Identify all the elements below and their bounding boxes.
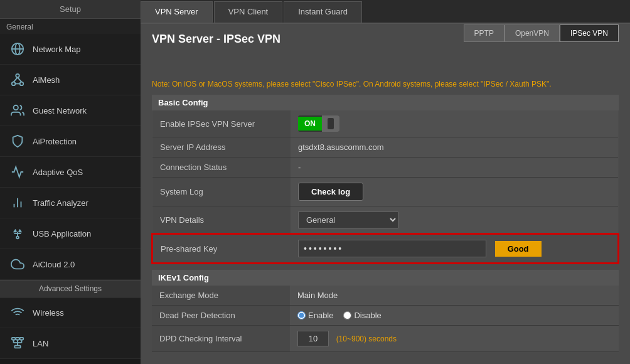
dpd-interval-label: DPD Checking Interval (152, 326, 290, 352)
page-title: VPN Server - IPSec VPN (152, 33, 280, 46)
tab-vpn-server[interactable]: VPN Server (141, 1, 213, 23)
dpd-enable-radio[interactable] (297, 311, 306, 319)
sidebar-item-adaptive-qos[interactable]: Adaptive QoS (0, 157, 141, 188)
exchange-mode-value: Main Mode (290, 286, 619, 306)
psk-label: Pre-shared Key (152, 234, 291, 263)
basic-config-header: Basic Config (152, 95, 619, 110)
connection-status-label: Connection Status (152, 158, 291, 178)
table-row-dpd-interval: DPD Checking Interval (10~900) seconds (152, 326, 619, 352)
tab-bar: VPN Server VPN Client Instant Guard (141, 0, 630, 24)
mesh-icon (9, 71, 26, 88)
sidebar-item-network-map[interactable]: Network Map (0, 34, 141, 65)
svg-rect-18 (14, 346, 20, 348)
table-row-psk: Pre-shared Key Good (152, 234, 618, 263)
svg-rect-16 (16, 338, 19, 340)
guest-network-label: Guest Network (33, 106, 87, 115)
content-area: VPN Server - IPSec VPN PPTP OpenVPN IPSe… (141, 24, 630, 364)
table-row-exchange-mode: Exchange Mode Main Mode (152, 286, 619, 306)
sidebar: Setup General Network Map AiMesh (0, 0, 141, 364)
svg-point-3 (16, 74, 19, 78)
ikev1-config-table: Exchange Mode Main Mode Dead Peer Detect… (152, 286, 619, 352)
basic-config-table: Enable IPSec VPN Server ON Server IP Add… (152, 110, 619, 264)
server-ip-value: gtsdxt8.asuscomm.com (291, 137, 618, 158)
aiprotection-label: AiProtection (33, 137, 77, 146)
note-text: Note: On iOS or MacOS systems, please se… (152, 57, 619, 88)
cloud-icon (9, 255, 26, 273)
sidebar-item-aicloud[interactable]: AiCloud 2.0 (0, 249, 141, 280)
sidebar-item-guest-network[interactable]: Guest Network (0, 95, 141, 126)
sidebar-item-aimesh[interactable]: AiMesh (0, 65, 141, 95)
usb-application-label: USB Application (33, 229, 91, 238)
dpd-label: Dead Peer Detection (152, 306, 290, 326)
dpd-enable-option[interactable]: Enable (297, 311, 333, 320)
toggle-switch[interactable]: ON (298, 115, 339, 132)
dpd-radio-group: Enable Disable (297, 311, 611, 320)
svg-rect-15 (12, 338, 16, 340)
traffic-icon (9, 194, 26, 211)
general-section-label: General (0, 19, 141, 34)
usb-icon (9, 225, 26, 242)
traffic-analyzer-label: Traffic Analyzer (33, 198, 88, 208)
shield-icon (9, 132, 26, 150)
vpn-details-label: VPN Details (152, 206, 291, 235)
setup-label: Setup (0, 0, 141, 19)
openvpn-button[interactable]: OpenVPN (505, 24, 560, 42)
svg-rect-17 (20, 338, 23, 340)
sidebar-item-lan[interactable]: LAN (0, 328, 141, 359)
dpd-interval-input[interactable] (297, 331, 329, 346)
table-row-server-ip: Server IP Address gtsdxt8.asuscomm.com (152, 137, 618, 158)
check-log-button[interactable]: Check log (298, 183, 363, 201)
svg-point-5 (20, 82, 23, 86)
wireless-label: Wireless (33, 308, 64, 318)
sidebar-item-usb-application[interactable]: USB Application (0, 218, 141, 249)
pptp-button[interactable]: PPTP (464, 24, 505, 42)
toggle-on-label: ON (298, 117, 322, 131)
qos-icon (9, 163, 26, 181)
table-row-dpd: Dead Peer Detection Enable Disable (152, 306, 619, 326)
main-content: VPN Server VPN Client Instant Guard VPN … (141, 0, 630, 364)
svg-point-4 (12, 82, 16, 86)
toggle-slider (322, 115, 339, 132)
table-row-connection-status: Connection Status - (152, 158, 618, 178)
dpd-disable-radio[interactable] (343, 311, 351, 319)
svg-line-6 (14, 77, 18, 82)
ipsec-button[interactable]: IPSec VPN (560, 24, 619, 42)
globe-icon (9, 40, 26, 58)
svg-line-7 (18, 77, 21, 82)
guest-icon (9, 102, 26, 119)
enable-label: Enable IPSec VPN Server (152, 110, 291, 137)
toggle-inner (328, 118, 334, 129)
network-map-label: Network Map (33, 45, 81, 54)
wifi-icon (9, 304, 26, 321)
advanced-settings-label: Advanced Settings (0, 280, 141, 297)
svg-point-9 (14, 105, 18, 110)
dpd-disable-option[interactable]: Disable (343, 311, 381, 320)
tab-vpn-client[interactable]: VPN Client (214, 1, 283, 23)
server-ip-label: Server IP Address (152, 137, 291, 158)
dpd-interval-hint: (10~900) seconds (336, 335, 397, 343)
ikev1-config-header: IKEv1 Config (152, 270, 619, 286)
vpn-type-buttons: PPTP OpenVPN IPSec VPN (464, 24, 619, 42)
dpd-enable-label: Enable (308, 311, 333, 320)
sidebar-item-aiprotection[interactable]: AiProtection (0, 126, 141, 157)
psk-input[interactable] (298, 240, 486, 257)
vpn-details-select[interactable]: General (298, 211, 398, 228)
system-log-label: System Log (152, 178, 291, 206)
exchange-mode-label: Exchange Mode (152, 286, 290, 306)
aicloud-label: AiCloud 2.0 (33, 260, 75, 269)
adaptive-qos-label: Adaptive QoS (33, 168, 83, 177)
sidebar-item-traffic-analyzer[interactable]: Traffic Analyzer (0, 188, 141, 218)
sidebar-item-wireless[interactable]: Wireless (0, 297, 141, 328)
table-row-enable: Enable IPSec VPN Server ON (152, 110, 618, 137)
table-row-vpn-details: VPN Details General (152, 206, 618, 235)
lan-label: LAN (33, 339, 48, 348)
tab-instant-guard[interactable]: Instant Guard (284, 1, 362, 23)
table-row-system-log: System Log Check log (152, 178, 618, 206)
connection-status-value: - (291, 158, 618, 178)
dpd-disable-label: Disable (354, 311, 381, 320)
psk-quality-badge[interactable]: Good (495, 241, 542, 257)
svg-point-13 (16, 237, 19, 239)
aimesh-label: AiMesh (33, 75, 60, 85)
lan-icon (9, 335, 26, 352)
